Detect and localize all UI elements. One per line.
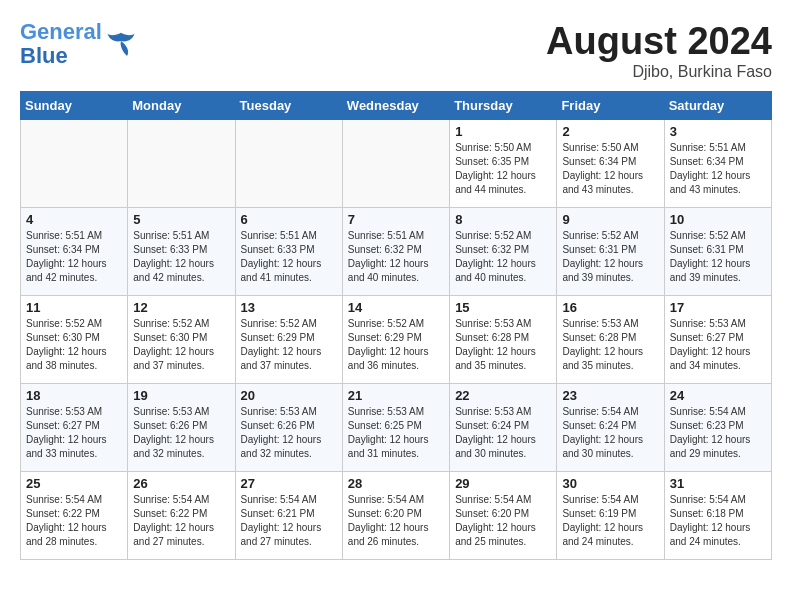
calendar-cell: 19Sunrise: 5:53 AMSunset: 6:26 PMDayligh… bbox=[128, 384, 235, 472]
logo: GeneralBlue bbox=[20, 20, 136, 68]
calendar-week-row: 18Sunrise: 5:53 AMSunset: 6:27 PMDayligh… bbox=[21, 384, 772, 472]
day-info: Sunrise: 5:50 AMSunset: 6:35 PMDaylight:… bbox=[455, 141, 551, 197]
day-number: 28 bbox=[348, 476, 444, 491]
day-number: 12 bbox=[133, 300, 229, 315]
day-number: 13 bbox=[241, 300, 337, 315]
day-number: 3 bbox=[670, 124, 766, 139]
calendar-cell: 12Sunrise: 5:52 AMSunset: 6:30 PMDayligh… bbox=[128, 296, 235, 384]
calendar-cell: 15Sunrise: 5:53 AMSunset: 6:28 PMDayligh… bbox=[450, 296, 557, 384]
day-info: Sunrise: 5:52 AMSunset: 6:31 PMDaylight:… bbox=[562, 229, 658, 285]
month-title: August 2024 bbox=[546, 20, 772, 63]
day-info: Sunrise: 5:53 AMSunset: 6:27 PMDaylight:… bbox=[670, 317, 766, 373]
day-info: Sunrise: 5:51 AMSunset: 6:33 PMDaylight:… bbox=[241, 229, 337, 285]
day-info: Sunrise: 5:53 AMSunset: 6:28 PMDaylight:… bbox=[562, 317, 658, 373]
day-info: Sunrise: 5:52 AMSunset: 6:30 PMDaylight:… bbox=[26, 317, 122, 373]
title-area: August 2024 Djibo, Burkina Faso bbox=[546, 20, 772, 81]
calendar-cell: 23Sunrise: 5:54 AMSunset: 6:24 PMDayligh… bbox=[557, 384, 664, 472]
calendar-week-row: 4Sunrise: 5:51 AMSunset: 6:34 PMDaylight… bbox=[21, 208, 772, 296]
calendar-cell: 5Sunrise: 5:51 AMSunset: 6:33 PMDaylight… bbox=[128, 208, 235, 296]
day-number: 6 bbox=[241, 212, 337, 227]
calendar-cell: 22Sunrise: 5:53 AMSunset: 6:24 PMDayligh… bbox=[450, 384, 557, 472]
day-number: 20 bbox=[241, 388, 337, 403]
weekday-header: Monday bbox=[128, 92, 235, 120]
calendar-cell: 16Sunrise: 5:53 AMSunset: 6:28 PMDayligh… bbox=[557, 296, 664, 384]
day-info: Sunrise: 5:54 AMSunset: 6:22 PMDaylight:… bbox=[133, 493, 229, 549]
calendar-cell: 6Sunrise: 5:51 AMSunset: 6:33 PMDaylight… bbox=[235, 208, 342, 296]
day-info: Sunrise: 5:54 AMSunset: 6:21 PMDaylight:… bbox=[241, 493, 337, 549]
calendar-cell: 25Sunrise: 5:54 AMSunset: 6:22 PMDayligh… bbox=[21, 472, 128, 560]
day-info: Sunrise: 5:53 AMSunset: 6:27 PMDaylight:… bbox=[26, 405, 122, 461]
day-number: 23 bbox=[562, 388, 658, 403]
day-number: 11 bbox=[26, 300, 122, 315]
day-number: 4 bbox=[26, 212, 122, 227]
day-info: Sunrise: 5:52 AMSunset: 6:31 PMDaylight:… bbox=[670, 229, 766, 285]
day-info: Sunrise: 5:51 AMSunset: 6:32 PMDaylight:… bbox=[348, 229, 444, 285]
weekday-header: Thursday bbox=[450, 92, 557, 120]
page-header: GeneralBlue August 2024 Djibo, Burkina F… bbox=[20, 20, 772, 81]
day-info: Sunrise: 5:52 AMSunset: 6:29 PMDaylight:… bbox=[241, 317, 337, 373]
weekday-header: Wednesday bbox=[342, 92, 449, 120]
calendar-week-row: 1Sunrise: 5:50 AMSunset: 6:35 PMDaylight… bbox=[21, 120, 772, 208]
calendar-week-row: 25Sunrise: 5:54 AMSunset: 6:22 PMDayligh… bbox=[21, 472, 772, 560]
day-info: Sunrise: 5:53 AMSunset: 6:24 PMDaylight:… bbox=[455, 405, 551, 461]
day-number: 27 bbox=[241, 476, 337, 491]
weekday-header: Sunday bbox=[21, 92, 128, 120]
day-number: 5 bbox=[133, 212, 229, 227]
calendar-cell: 3Sunrise: 5:51 AMSunset: 6:34 PMDaylight… bbox=[664, 120, 771, 208]
day-number: 25 bbox=[26, 476, 122, 491]
calendar-cell: 20Sunrise: 5:53 AMSunset: 6:26 PMDayligh… bbox=[235, 384, 342, 472]
calendar-cell: 11Sunrise: 5:52 AMSunset: 6:30 PMDayligh… bbox=[21, 296, 128, 384]
day-number: 17 bbox=[670, 300, 766, 315]
weekday-header: Friday bbox=[557, 92, 664, 120]
day-number: 9 bbox=[562, 212, 658, 227]
logo-bird-icon bbox=[106, 29, 136, 59]
calendar-cell: 8Sunrise: 5:52 AMSunset: 6:32 PMDaylight… bbox=[450, 208, 557, 296]
day-info: Sunrise: 5:53 AMSunset: 6:26 PMDaylight:… bbox=[241, 405, 337, 461]
day-info: Sunrise: 5:54 AMSunset: 6:24 PMDaylight:… bbox=[562, 405, 658, 461]
day-number: 21 bbox=[348, 388, 444, 403]
day-info: Sunrise: 5:54 AMSunset: 6:19 PMDaylight:… bbox=[562, 493, 658, 549]
day-info: Sunrise: 5:54 AMSunset: 6:23 PMDaylight:… bbox=[670, 405, 766, 461]
calendar-week-row: 11Sunrise: 5:52 AMSunset: 6:30 PMDayligh… bbox=[21, 296, 772, 384]
day-info: Sunrise: 5:52 AMSunset: 6:29 PMDaylight:… bbox=[348, 317, 444, 373]
logo-text: GeneralBlue bbox=[20, 20, 102, 68]
day-number: 22 bbox=[455, 388, 551, 403]
calendar-cell: 7Sunrise: 5:51 AMSunset: 6:32 PMDaylight… bbox=[342, 208, 449, 296]
calendar-cell: 14Sunrise: 5:52 AMSunset: 6:29 PMDayligh… bbox=[342, 296, 449, 384]
calendar-table: SundayMondayTuesdayWednesdayThursdayFrid… bbox=[20, 91, 772, 560]
calendar-cell: 21Sunrise: 5:53 AMSunset: 6:25 PMDayligh… bbox=[342, 384, 449, 472]
calendar-cell bbox=[235, 120, 342, 208]
day-info: Sunrise: 5:52 AMSunset: 6:32 PMDaylight:… bbox=[455, 229, 551, 285]
calendar-cell: 27Sunrise: 5:54 AMSunset: 6:21 PMDayligh… bbox=[235, 472, 342, 560]
day-number: 7 bbox=[348, 212, 444, 227]
day-info: Sunrise: 5:53 AMSunset: 6:26 PMDaylight:… bbox=[133, 405, 229, 461]
day-info: Sunrise: 5:51 AMSunset: 6:34 PMDaylight:… bbox=[26, 229, 122, 285]
calendar-cell: 13Sunrise: 5:52 AMSunset: 6:29 PMDayligh… bbox=[235, 296, 342, 384]
calendar-cell bbox=[342, 120, 449, 208]
day-info: Sunrise: 5:54 AMSunset: 6:20 PMDaylight:… bbox=[348, 493, 444, 549]
day-number: 19 bbox=[133, 388, 229, 403]
calendar-cell: 30Sunrise: 5:54 AMSunset: 6:19 PMDayligh… bbox=[557, 472, 664, 560]
day-number: 1 bbox=[455, 124, 551, 139]
day-info: Sunrise: 5:53 AMSunset: 6:28 PMDaylight:… bbox=[455, 317, 551, 373]
calendar-cell: 10Sunrise: 5:52 AMSunset: 6:31 PMDayligh… bbox=[664, 208, 771, 296]
day-info: Sunrise: 5:51 AMSunset: 6:33 PMDaylight:… bbox=[133, 229, 229, 285]
day-info: Sunrise: 5:53 AMSunset: 6:25 PMDaylight:… bbox=[348, 405, 444, 461]
day-number: 2 bbox=[562, 124, 658, 139]
weekday-header-row: SundayMondayTuesdayWednesdayThursdayFrid… bbox=[21, 92, 772, 120]
calendar-cell: 28Sunrise: 5:54 AMSunset: 6:20 PMDayligh… bbox=[342, 472, 449, 560]
calendar-cell: 17Sunrise: 5:53 AMSunset: 6:27 PMDayligh… bbox=[664, 296, 771, 384]
weekday-header: Saturday bbox=[664, 92, 771, 120]
day-number: 10 bbox=[670, 212, 766, 227]
calendar-cell bbox=[128, 120, 235, 208]
day-number: 29 bbox=[455, 476, 551, 491]
day-number: 31 bbox=[670, 476, 766, 491]
calendar-cell: 1Sunrise: 5:50 AMSunset: 6:35 PMDaylight… bbox=[450, 120, 557, 208]
day-number: 24 bbox=[670, 388, 766, 403]
day-info: Sunrise: 5:54 AMSunset: 6:22 PMDaylight:… bbox=[26, 493, 122, 549]
day-number: 16 bbox=[562, 300, 658, 315]
day-number: 30 bbox=[562, 476, 658, 491]
day-info: Sunrise: 5:54 AMSunset: 6:18 PMDaylight:… bbox=[670, 493, 766, 549]
calendar-cell: 31Sunrise: 5:54 AMSunset: 6:18 PMDayligh… bbox=[664, 472, 771, 560]
calendar-cell: 26Sunrise: 5:54 AMSunset: 6:22 PMDayligh… bbox=[128, 472, 235, 560]
